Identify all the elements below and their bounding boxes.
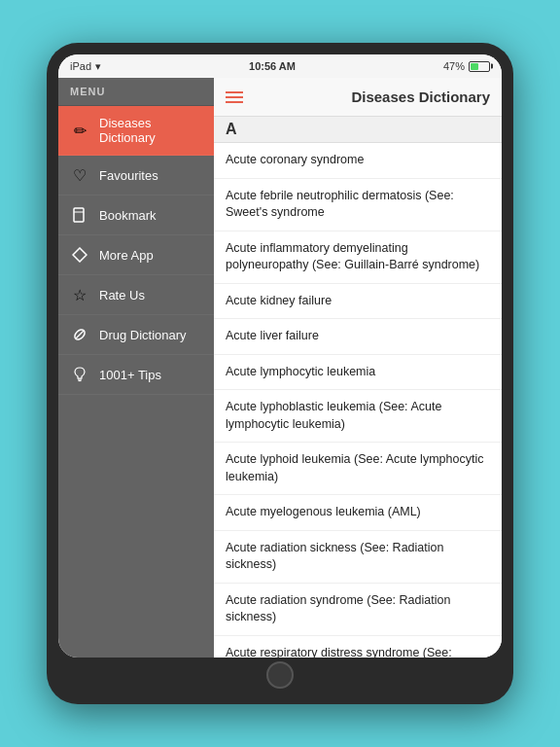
- sidebar-menu-label: MENU: [58, 78, 214, 106]
- heart-icon: ♡: [70, 165, 89, 185]
- book-icon: [70, 205, 89, 225]
- sidebar-item-rate-us[interactable]: ☆ Rate Us: [58, 275, 214, 315]
- page-title: Diseases Dictionary: [253, 89, 490, 105]
- wifi-icon: ▾: [95, 60, 101, 73]
- status-left: iPad ▾: [70, 60, 101, 73]
- star-icon: ☆: [70, 285, 89, 304]
- hamburger-line-3: [226, 101, 243, 103]
- list-item[interactable]: Acute radiation syndrome (See: Radiation…: [214, 584, 502, 636]
- sidebar-item-label: Rate Us: [99, 288, 145, 302]
- list-item[interactable]: Acute lyphoblastic leukemia (See: Acute …: [214, 390, 502, 443]
- list-item[interactable]: Acute inflammatory demyelinating polyneu…: [214, 231, 502, 284]
- list-item[interactable]: Acute coronary syndrome: [214, 143, 502, 179]
- status-right: 47%: [443, 60, 490, 72]
- status-bar: iPad ▾ 10:56 AM 47%: [58, 54, 502, 78]
- list-item[interactable]: Acute myelogenous leukemia (AML): [214, 495, 502, 531]
- top-bar: Diseases Dictionary: [214, 78, 502, 117]
- screen: iPad ▾ 10:56 AM 47% MENU ✏ Diseases Dict…: [58, 54, 502, 658]
- sidebar-item-diseases-dictionary[interactable]: ✏ Diseases Dictionary: [58, 106, 214, 156]
- sidebar-item-label: Favourites: [99, 168, 158, 183]
- app-content: MENU ✏ Diseases Dictionary ♡ Favourites: [58, 78, 502, 658]
- list-item[interactable]: Acute respiratory distress syndrome (See…: [214, 636, 502, 658]
- list-item[interactable]: Acute liver failure: [214, 319, 502, 355]
- list-item[interactable]: Acute radiation sickness (See: Radiation…: [214, 531, 502, 584]
- status-time: 10:56 AM: [249, 60, 296, 72]
- list-item[interactable]: Acute febrile neutrophilic dermatosis (S…: [214, 179, 502, 231]
- hamburger-line-1: [226, 91, 243, 93]
- device-frame: iPad ▾ 10:56 AM 47% MENU ✏ Diseases Dict…: [47, 43, 513, 704]
- sidebar-item-more-app[interactable]: More App: [58, 235, 214, 275]
- lightbulb-icon: [70, 365, 89, 384]
- list-item[interactable]: Acute lymphocytic leukemia: [214, 355, 502, 391]
- battery-icon: [469, 61, 490, 72]
- svg-rect-0: [74, 208, 84, 222]
- pencil-icon: ✏: [70, 121, 89, 140]
- list-area[interactable]: A Acute coronary syndrome Acute febrile …: [214, 117, 502, 658]
- device-label: iPad: [70, 60, 91, 72]
- device-bottom: [58, 658, 502, 693]
- main-area: Diseases Dictionary A Acute coronary syn…: [214, 78, 502, 658]
- sidebar-item-label: Diseases Dictionary: [99, 116, 202, 145]
- sidebar-item-drug-dictionary[interactable]: Drug Dictionary: [58, 315, 214, 355]
- pill-icon: [70, 325, 89, 344]
- diamond-icon: [70, 245, 89, 265]
- sidebar-item-tips[interactable]: 1001+ Tips: [58, 355, 214, 395]
- sidebar-item-label: Bookmark: [99, 208, 157, 223]
- svg-marker-2: [73, 248, 87, 262]
- battery-percent: 47%: [443, 60, 465, 72]
- sidebar: MENU ✏ Diseases Dictionary ♡ Favourites: [58, 78, 214, 658]
- sidebar-item-favourites[interactable]: ♡ Favourites: [58, 156, 214, 196]
- list-item[interactable]: Acute kidney failure: [214, 284, 502, 320]
- battery-fill: [471, 63, 478, 70]
- sidebar-item-label: Drug Dictionary: [99, 328, 187, 342]
- list-item[interactable]: Acute lyphoid leukemia (See: Acute lymph…: [214, 443, 502, 495]
- sidebar-item-label: More App: [99, 248, 154, 263]
- list-section-header: A: [214, 117, 502, 143]
- home-button[interactable]: [266, 661, 294, 689]
- hamburger-line-2: [226, 96, 243, 98]
- sidebar-item-label: 1001+ Tips: [99, 368, 161, 382]
- sidebar-item-bookmark[interactable]: Bookmark: [58, 196, 214, 235]
- hamburger-button[interactable]: [226, 91, 243, 103]
